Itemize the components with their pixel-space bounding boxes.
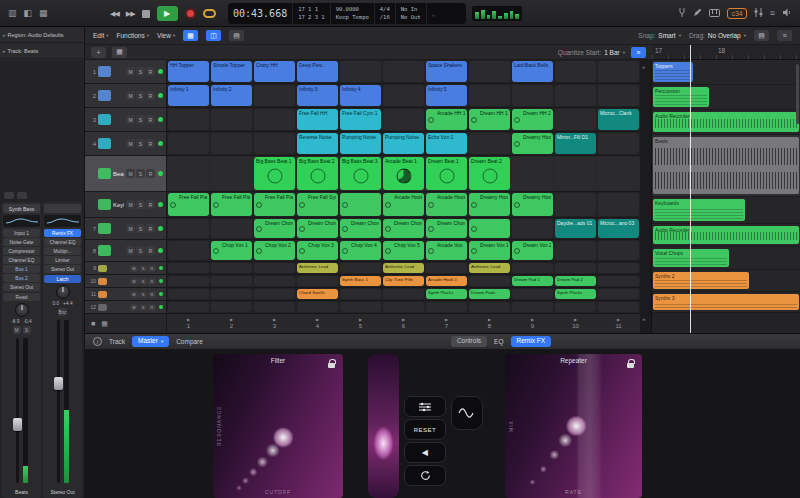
controls-view-button[interactable]: Controls bbox=[451, 336, 487, 346]
snap-menu[interactable]: Snap: Smart ▾ bbox=[638, 32, 681, 39]
loop-cell[interactable]: Clip Tune Filte bbox=[383, 276, 424, 286]
loop-cell[interactable]: Arcade Hook 1 bbox=[383, 193, 424, 216]
loop-cell[interactable]: Dream Beat 1 bbox=[426, 157, 467, 190]
list-editors-icon[interactable]: ≡ bbox=[770, 9, 775, 18]
grid-zoom-icon[interactable]: ▦ bbox=[112, 47, 127, 58]
loop-cell[interactable]: Free Fall Piano bbox=[168, 193, 209, 216]
solo-button[interactable]: S bbox=[136, 91, 145, 100]
solo-button[interactable]: S bbox=[136, 169, 145, 178]
empty-cell-slot[interactable] bbox=[254, 133, 295, 154]
plugin-slot[interactable]: Channel EQ bbox=[3, 256, 40, 264]
empty-cell-slot[interactable] bbox=[469, 85, 510, 106]
loop-cell[interactable]: Arcade Beat 1 bbox=[383, 157, 424, 190]
expand-grid-icon[interactable]: « bbox=[642, 64, 645, 70]
record-enable-button[interactable]: R bbox=[146, 246, 155, 255]
mute-button[interactable]: M bbox=[130, 304, 138, 311]
record-enable-button[interactable]: R bbox=[146, 200, 155, 209]
tuner-icon[interactable] bbox=[678, 7, 686, 20]
record-enable-button[interactable]: R bbox=[148, 278, 156, 285]
loop-cell[interactable]: Microc...Clank bbox=[598, 109, 639, 130]
mute-button[interactable]: M bbox=[130, 265, 138, 272]
empty-cell-slot[interactable] bbox=[383, 289, 424, 299]
track-header[interactable]: 10MSR bbox=[85, 275, 167, 287]
track-header[interactable]: 7MSR bbox=[85, 218, 167, 239]
loop-cell[interactable]: Dream Beat 2 bbox=[469, 157, 510, 190]
record-enable-button[interactable]: R bbox=[146, 169, 155, 178]
loop-cell[interactable]: Simple Topper bbox=[211, 61, 252, 82]
loop-cell[interactable]: Echo Vox 1 bbox=[426, 133, 467, 154]
column-play-button[interactable]: ▶ bbox=[402, 318, 405, 322]
column-play-button[interactable]: ▶ bbox=[187, 318, 190, 322]
empty-cell-slot[interactable] bbox=[469, 133, 510, 154]
send-slot[interactable]: Bus 2 bbox=[3, 274, 40, 282]
loop-cell[interactable]: Dream HH 1 bbox=[469, 109, 510, 130]
loop-cell[interactable]: Infinity 5 bbox=[426, 85, 467, 106]
compare-button[interactable]: Compare bbox=[176, 338, 203, 345]
menu-functions[interactable]: Functions▾ bbox=[116, 32, 148, 39]
solo-button[interactable]: S bbox=[136, 67, 145, 76]
mute-button[interactable]: M bbox=[126, 169, 135, 178]
loop-cell[interactable]: Chop Vox 1 bbox=[211, 241, 252, 260]
plugin-slot[interactable]: Channel EQ bbox=[44, 238, 81, 246]
empty-cell-slot[interactable] bbox=[555, 302, 596, 312]
empty-cell-slot[interactable] bbox=[555, 109, 596, 130]
empty-cell-slot[interactable] bbox=[168, 157, 209, 190]
loop-cell[interactable]: Big Bass Beat 2 bbox=[297, 157, 338, 190]
arrange-region[interactable]: Vocal Chops bbox=[653, 249, 729, 267]
mute-button[interactable]: M bbox=[126, 139, 135, 148]
scrollbar[interactable] bbox=[796, 64, 799, 124]
record-enable-button[interactable]: R bbox=[148, 291, 156, 298]
play-button[interactable]: ▶ bbox=[157, 6, 178, 21]
reverse-button[interactable]: ◀ bbox=[404, 442, 446, 463]
empty-cell-slot[interactable] bbox=[383, 109, 424, 130]
automation-mode-button[interactable]: Read bbox=[3, 293, 40, 301]
grid-arrange-divider[interactable]: « » bbox=[640, 60, 652, 333]
empty-cell-slot[interactable] bbox=[168, 219, 209, 238]
loop-cell[interactable]: Chop Vox 4 bbox=[340, 241, 381, 260]
empty-cell-slot[interactable] bbox=[555, 241, 596, 260]
empty-cell-slot[interactable] bbox=[211, 289, 252, 299]
solo-button[interactable]: S bbox=[136, 200, 145, 209]
chevron-down-icon[interactable]: ⌄ bbox=[432, 10, 436, 17]
catch-playhead-button[interactable]: » bbox=[631, 47, 646, 58]
track-header[interactable]: 9MSR bbox=[85, 262, 167, 274]
loop-cell[interactable]: Laid Back Bells bbox=[512, 61, 553, 82]
loop-cell[interactable]: Dream Chord 1 bbox=[254, 219, 295, 238]
tracks-view-button[interactable]: ▤ bbox=[229, 30, 244, 41]
track-header[interactable]: 3MSR bbox=[85, 108, 167, 131]
empty-cell-slot[interactable] bbox=[598, 302, 639, 312]
empty-cell-slot[interactable] bbox=[168, 276, 209, 286]
loop-cell[interactable]: Synth Plucks bbox=[426, 289, 467, 299]
mixer-mode-icon[interactable] bbox=[4, 192, 14, 199]
column-play-button[interactable]: ▶ bbox=[617, 318, 620, 322]
plugin-slot[interactable]: Compressor bbox=[3, 247, 40, 255]
empty-cell-slot[interactable] bbox=[512, 263, 553, 273]
wobble-button[interactable] bbox=[451, 396, 483, 430]
loop-cell[interactable]: Dreamy Hook 1 bbox=[512, 133, 553, 154]
loop-cell[interactable]: Dream Vox 1 bbox=[469, 241, 510, 260]
loop-cell[interactable]: Chord Swells bbox=[297, 289, 338, 299]
musical-typing-icon[interactable] bbox=[709, 9, 720, 19]
plugin-track-button[interactable]: Track bbox=[109, 338, 125, 345]
empty-cell-slot[interactable] bbox=[168, 289, 209, 299]
track-header[interactable]: KeyboardsMSR bbox=[85, 192, 167, 217]
loop-cell[interactable]: Free Fall Cym 1 bbox=[340, 109, 381, 130]
channel-setting-button[interactable]: Synth Bass bbox=[3, 204, 40, 213]
empty-cell-slot[interactable] bbox=[598, 289, 639, 299]
track-header[interactable]: BeatsMSR bbox=[85, 156, 167, 191]
plugin-info-icon[interactable]: i bbox=[93, 337, 102, 346]
record-enable-button[interactable]: R bbox=[146, 224, 155, 233]
menu-edit[interactable]: Edit▾ bbox=[93, 32, 108, 39]
loop-cell[interactable] bbox=[340, 193, 381, 216]
solo-button[interactable]: S bbox=[136, 246, 145, 255]
loop-cell[interactable]: Arcade Vox bbox=[426, 241, 467, 260]
mute-button[interactable]: M bbox=[126, 67, 135, 76]
loop-cell[interactable]: Dream Chord 3 bbox=[340, 219, 381, 238]
solo-button[interactable]: S bbox=[139, 304, 147, 311]
plugin-master-dropdown[interactable]: Master ▾ bbox=[132, 336, 169, 346]
loop-cell[interactable]: Daydre...ads 01 bbox=[555, 219, 596, 238]
empty-cell-slot[interactable] bbox=[254, 263, 295, 273]
arrange-region[interactable]: Toppers bbox=[653, 62, 693, 82]
empty-cell-slot[interactable] bbox=[555, 263, 596, 273]
empty-cell-slot[interactable] bbox=[512, 302, 553, 312]
